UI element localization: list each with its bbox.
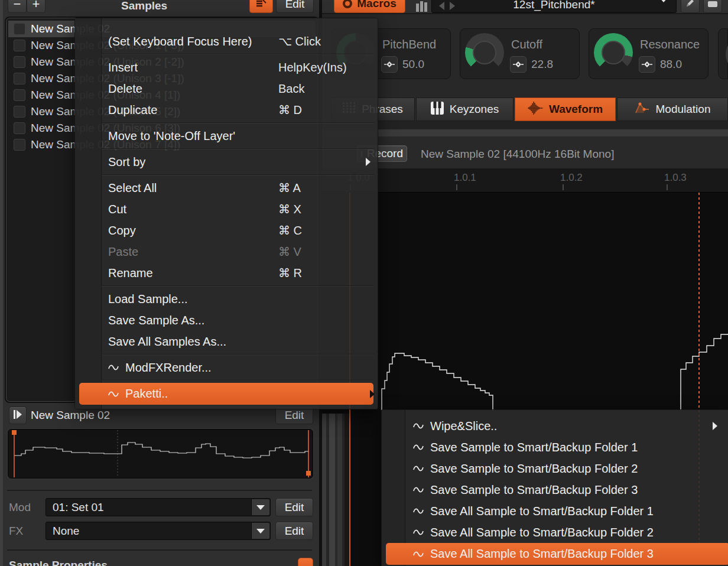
menu-item-paketti[interactable]: Paketti.. [79, 383, 373, 405]
macros-button[interactable]: Macros [334, 0, 405, 13]
tab-label: Waveform [549, 103, 603, 116]
samples-edit-button[interactable]: Edit [276, 0, 314, 13]
sample-properties-toggle[interactable] [298, 558, 313, 566]
mod-edit-button[interactable]: Edit [275, 498, 313, 516]
fx-edit-button[interactable]: Edit [275, 522, 313, 540]
fx-select-arrow[interactable] [251, 523, 269, 539]
sample-checkbox[interactable] [14, 122, 25, 134]
menu-item-save-sample-to-smart-backup-folder-1[interactable]: Save Sample to Smart/Backup Folder 1 [382, 437, 728, 458]
menu-item-wipe-slice[interactable]: Wipe&Slice.. [382, 415, 728, 437]
menu-item-content: Insert [108, 61, 138, 74]
sample-checkbox[interactable] [14, 106, 25, 118]
menu-item-save-all-sample-to-smart-backup-folder-2[interactable]: Save All Sample to Smart/Backup Folder 2 [382, 522, 728, 543]
sample-checkbox[interactable] [14, 89, 25, 101]
menu-item-label: Sort by [108, 155, 145, 169]
menu-item-save-all-samples-as[interactable]: Save All Samples As... [75, 331, 378, 352]
submenu-arrow-icon [366, 158, 370, 166]
menu-item-duplicate[interactable]: Duplicate⌘ D [75, 99, 378, 121]
tab-label: Modulation [656, 103, 711, 116]
divider [7, 490, 312, 491]
menu-item-content: Save Sample to Smart/Backup Folder 3 [413, 483, 638, 497]
macro-knob[interactable] [594, 33, 633, 72]
menu-shortcut: ⌘ R [278, 266, 302, 280]
sample-preview-box[interactable] [8, 429, 313, 479]
macro-map-button[interactable] [639, 56, 655, 73]
submenu-arrow-icon [713, 422, 717, 430]
sample-context-menu: (Set Keyboard Focus Here)⌥ ClickInsertHe… [74, 18, 378, 409]
macro-map-button[interactable] [510, 56, 526, 73]
tab-piano-icon [431, 102, 444, 118]
menu-item-save-all-sample-to-smart-backup-folder-3[interactable]: Save All Sample to Smart/Backup Folder 3 [386, 543, 728, 565]
loop-end-handle [306, 471, 311, 476]
mod-select-arrow[interactable] [251, 499, 269, 515]
sample-checkbox[interactable] [14, 56, 25, 68]
menu-item-load-sample[interactable]: Load Sample... [75, 288, 378, 310]
sample-checkbox[interactable] [14, 73, 25, 84]
divider [7, 549, 312, 551]
sample-checkbox[interactable] [14, 40, 25, 51]
menu-separator [101, 122, 374, 123]
menu-item-delete[interactable]: DeleteBack [75, 78, 378, 99]
remove-sample-button[interactable]: − [8, 0, 27, 13]
fx-select[interactable]: None [46, 522, 271, 540]
tab-modulation[interactable]: Modulation [617, 97, 728, 121]
waveform-toolbar-top [322, 129, 728, 136]
mod-select[interactable]: 01: Set 01 [46, 498, 271, 516]
macro-knob[interactable] [465, 33, 504, 72]
macro-knob-label: Resonance [640, 38, 700, 51]
play-sample-button[interactable] [9, 406, 27, 424]
menu-item-select-all[interactable]: Select All⌘ A [75, 177, 378, 199]
menu-separator [101, 285, 374, 286]
menu-item-content: Select All [108, 181, 157, 195]
samples-menu-button[interactable] [249, 0, 273, 13]
menu-item-save-sample-to-smart-backup-folder-3[interactable]: Save Sample to Smart/Backup Folder 3 [382, 479, 728, 500]
samples-panel-title: Samples [121, 0, 167, 12]
ruler-time-label: 1.0.3 [664, 172, 687, 184]
menu-item-content: Cut [108, 203, 126, 216]
tab-waveform[interactable]: Waveform [515, 97, 616, 121]
preset-dropdown-arrow[interactable] [659, 2, 668, 15]
menu-item-content: Save Sample As... [108, 314, 204, 327]
tab-keyzones[interactable]: Keyzones [416, 97, 514, 121]
add-sample-button[interactable]: + [27, 0, 46, 13]
ruler-tick [563, 184, 564, 190]
menu-item-label: Load Sample... [108, 292, 188, 306]
menu-item-move-to-note-off-layer[interactable]: Move to 'Note-Off Layer' [75, 125, 378, 147]
macro-map-button[interactable] [381, 56, 398, 73]
menu-item-insert[interactable]: InsertHelpKey(Ins) [75, 57, 378, 78]
macro-knob-value: 50.0 [402, 58, 424, 71]
diamond-axis-icon [642, 61, 652, 68]
next-preset-arrow[interactable] [450, 2, 455, 10]
menu-item-sort-by[interactable]: Sort by [75, 151, 378, 173]
menu-item-content: Rename [108, 266, 153, 280]
preset-selector[interactable]: 12st_Pitchbend* [431, 0, 677, 13]
menu-item-save-all-sample-to-smart-backup-folder-1[interactable]: Save All Sample to Smart/Backup Folder 1 [382, 500, 728, 522]
play-from-icon [13, 409, 22, 422]
menu-item-set-keyboard-focus-here[interactable]: (Set Keyboard Focus Here)⌥ Click [75, 31, 378, 52]
menu-item-rename[interactable]: Rename⌘ R [75, 262, 378, 284]
menu-item-save-sample-as[interactable]: Save Sample As... [75, 310, 378, 331]
menu-item-paste[interactable]: Paste⌘ V [75, 241, 378, 262]
macro-knob-label: PitchBend [382, 38, 436, 51]
external-editor-button[interactable] [703, 0, 722, 13]
menu-item-label: Save Sample As... [108, 314, 204, 327]
menu-item-copy[interactable]: Copy⌘ C [75, 220, 378, 241]
diamond-axis-icon [513, 61, 524, 68]
menu-item-save-sample-to-smart-backup-folder-2[interactable]: Save Sample to Smart/Backup Folder 2 [382, 458, 728, 479]
menu-item-cut[interactable]: Cut⌘ X [75, 199, 378, 220]
prev-preset-arrow[interactable] [439, 2, 444, 10]
menu-shortcut: ⌘ C [278, 223, 302, 238]
menu-shortcut: Back [278, 82, 304, 96]
rename-preset-button[interactable] [681, 0, 700, 13]
hamburger-arrow-icon [255, 0, 267, 11]
menu-item-content: Load Sample... [108, 292, 188, 306]
sample-format-title: New Sample 02 [44100Hz 16Bit Mono] [421, 148, 614, 161]
ruler-tick [667, 184, 668, 190]
sine-wave-icon [413, 443, 424, 451]
sample-checkbox[interactable] [14, 139, 25, 151]
sample-checkbox[interactable] [14, 23, 25, 35]
menu-item-content: Move to 'Note-Off Layer' [108, 129, 235, 143]
menu-item-label: Duplicate [108, 103, 157, 117]
menu-item-modfxrender[interactable]: ModFXRender... [75, 357, 378, 378]
renoise-window: − + Samples Edit New Sample 02New Sample… [0, 0, 728, 566]
